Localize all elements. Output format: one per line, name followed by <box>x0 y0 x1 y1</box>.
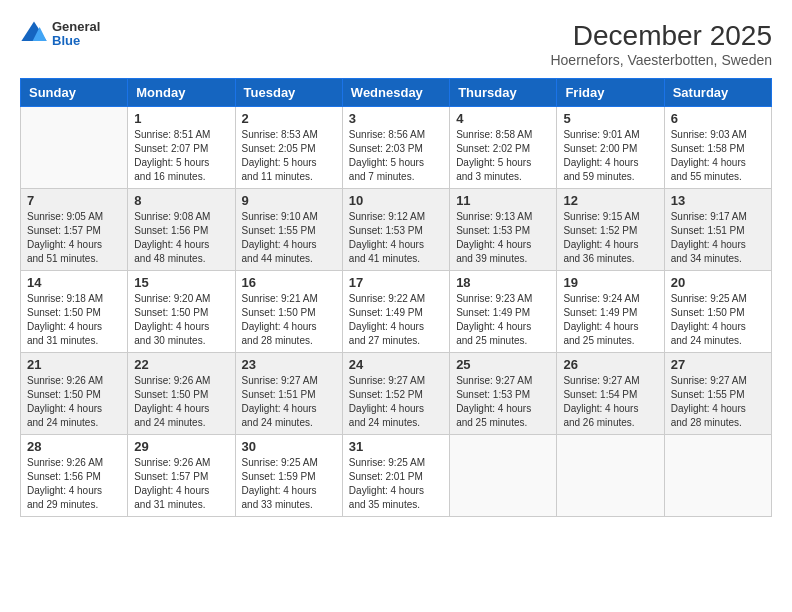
day-info: Sunrise: 9:12 AMSunset: 1:53 PMDaylight:… <box>349 210 443 266</box>
day-number: 15 <box>134 275 228 290</box>
day-number: 1 <box>134 111 228 126</box>
calendar-week-row: 21Sunrise: 9:26 AMSunset: 1:50 PMDayligh… <box>21 353 772 435</box>
day-number: 30 <box>242 439 336 454</box>
day-number: 24 <box>349 357 443 372</box>
calendar-cell: 4Sunrise: 8:58 AMSunset: 2:02 PMDaylight… <box>450 107 557 189</box>
day-info: Sunrise: 9:13 AMSunset: 1:53 PMDaylight:… <box>456 210 550 266</box>
calendar-week-row: 7Sunrise: 9:05 AMSunset: 1:57 PMDaylight… <box>21 189 772 271</box>
logo-blue-text: Blue <box>52 34 100 48</box>
day-info: Sunrise: 9:03 AMSunset: 1:58 PMDaylight:… <box>671 128 765 184</box>
title-block: December 2025 Hoernefors, Vaesterbotten,… <box>550 20 772 68</box>
day-number: 16 <box>242 275 336 290</box>
calendar-cell: 11Sunrise: 9:13 AMSunset: 1:53 PMDayligh… <box>450 189 557 271</box>
day-info: Sunrise: 9:05 AMSunset: 1:57 PMDaylight:… <box>27 210 121 266</box>
day-number: 4 <box>456 111 550 126</box>
day-number: 12 <box>563 193 657 208</box>
day-number: 21 <box>27 357 121 372</box>
day-number: 29 <box>134 439 228 454</box>
calendar-cell <box>557 435 664 517</box>
day-number: 6 <box>671 111 765 126</box>
day-info: Sunrise: 9:24 AMSunset: 1:49 PMDaylight:… <box>563 292 657 348</box>
weekday-header-saturday: Saturday <box>664 79 771 107</box>
calendar-week-row: 14Sunrise: 9:18 AMSunset: 1:50 PMDayligh… <box>21 271 772 353</box>
day-info: Sunrise: 9:15 AMSunset: 1:52 PMDaylight:… <box>563 210 657 266</box>
day-info: Sunrise: 9:21 AMSunset: 1:50 PMDaylight:… <box>242 292 336 348</box>
calendar-cell <box>450 435 557 517</box>
day-info: Sunrise: 9:25 AMSunset: 1:50 PMDaylight:… <box>671 292 765 348</box>
day-info: Sunrise: 9:25 AMSunset: 2:01 PMDaylight:… <box>349 456 443 512</box>
day-info: Sunrise: 9:26 AMSunset: 1:56 PMDaylight:… <box>27 456 121 512</box>
calendar-table: SundayMondayTuesdayWednesdayThursdayFrid… <box>20 78 772 517</box>
day-info: Sunrise: 9:27 AMSunset: 1:55 PMDaylight:… <box>671 374 765 430</box>
calendar-cell: 1Sunrise: 8:51 AMSunset: 2:07 PMDaylight… <box>128 107 235 189</box>
day-number: 9 <box>242 193 336 208</box>
weekday-header-sunday: Sunday <box>21 79 128 107</box>
day-info: Sunrise: 9:27 AMSunset: 1:54 PMDaylight:… <box>563 374 657 430</box>
calendar-cell: 12Sunrise: 9:15 AMSunset: 1:52 PMDayligh… <box>557 189 664 271</box>
calendar-week-row: 28Sunrise: 9:26 AMSunset: 1:56 PMDayligh… <box>21 435 772 517</box>
calendar-cell <box>21 107 128 189</box>
calendar-cell: 26Sunrise: 9:27 AMSunset: 1:54 PMDayligh… <box>557 353 664 435</box>
calendar-cell: 25Sunrise: 9:27 AMSunset: 1:53 PMDayligh… <box>450 353 557 435</box>
day-number: 2 <box>242 111 336 126</box>
day-number: 20 <box>671 275 765 290</box>
subtitle: Hoernefors, Vaesterbotten, Sweden <box>550 52 772 68</box>
page-header: General Blue December 2025 Hoernefors, V… <box>20 20 772 68</box>
main-title: December 2025 <box>550 20 772 52</box>
calendar-cell: 16Sunrise: 9:21 AMSunset: 1:50 PMDayligh… <box>235 271 342 353</box>
logo-icon <box>20 20 48 48</box>
day-number: 26 <box>563 357 657 372</box>
day-number: 10 <box>349 193 443 208</box>
day-info: Sunrise: 9:26 AMSunset: 1:50 PMDaylight:… <box>134 374 228 430</box>
calendar-cell: 8Sunrise: 9:08 AMSunset: 1:56 PMDaylight… <box>128 189 235 271</box>
calendar-cell: 14Sunrise: 9:18 AMSunset: 1:50 PMDayligh… <box>21 271 128 353</box>
calendar-cell: 31Sunrise: 9:25 AMSunset: 2:01 PMDayligh… <box>342 435 449 517</box>
calendar-cell: 18Sunrise: 9:23 AMSunset: 1:49 PMDayligh… <box>450 271 557 353</box>
calendar-cell: 19Sunrise: 9:24 AMSunset: 1:49 PMDayligh… <box>557 271 664 353</box>
calendar-cell: 3Sunrise: 8:56 AMSunset: 2:03 PMDaylight… <box>342 107 449 189</box>
day-info: Sunrise: 9:25 AMSunset: 1:59 PMDaylight:… <box>242 456 336 512</box>
logo-text: General Blue <box>52 20 100 49</box>
day-info: Sunrise: 8:58 AMSunset: 2:02 PMDaylight:… <box>456 128 550 184</box>
day-number: 28 <box>27 439 121 454</box>
day-number: 14 <box>27 275 121 290</box>
day-number: 3 <box>349 111 443 126</box>
day-number: 27 <box>671 357 765 372</box>
day-info: Sunrise: 9:17 AMSunset: 1:51 PMDaylight:… <box>671 210 765 266</box>
calendar-cell: 2Sunrise: 8:53 AMSunset: 2:05 PMDaylight… <box>235 107 342 189</box>
day-info: Sunrise: 8:51 AMSunset: 2:07 PMDaylight:… <box>134 128 228 184</box>
day-info: Sunrise: 9:23 AMSunset: 1:49 PMDaylight:… <box>456 292 550 348</box>
logo-general-text: General <box>52 20 100 34</box>
day-info: Sunrise: 8:53 AMSunset: 2:05 PMDaylight:… <box>242 128 336 184</box>
weekday-header-monday: Monday <box>128 79 235 107</box>
calendar-cell: 10Sunrise: 9:12 AMSunset: 1:53 PMDayligh… <box>342 189 449 271</box>
day-info: Sunrise: 9:26 AMSunset: 1:50 PMDaylight:… <box>27 374 121 430</box>
calendar-cell: 17Sunrise: 9:22 AMSunset: 1:49 PMDayligh… <box>342 271 449 353</box>
day-info: Sunrise: 9:10 AMSunset: 1:55 PMDaylight:… <box>242 210 336 266</box>
day-number: 23 <box>242 357 336 372</box>
calendar-cell: 5Sunrise: 9:01 AMSunset: 2:00 PMDaylight… <box>557 107 664 189</box>
day-info: Sunrise: 9:27 AMSunset: 1:52 PMDaylight:… <box>349 374 443 430</box>
day-number: 19 <box>563 275 657 290</box>
calendar-cell: 7Sunrise: 9:05 AMSunset: 1:57 PMDaylight… <box>21 189 128 271</box>
calendar-cell: 28Sunrise: 9:26 AMSunset: 1:56 PMDayligh… <box>21 435 128 517</box>
calendar-cell: 9Sunrise: 9:10 AMSunset: 1:55 PMDaylight… <box>235 189 342 271</box>
weekday-header-wednesday: Wednesday <box>342 79 449 107</box>
calendar-cell: 13Sunrise: 9:17 AMSunset: 1:51 PMDayligh… <box>664 189 771 271</box>
day-info: Sunrise: 9:22 AMSunset: 1:49 PMDaylight:… <box>349 292 443 348</box>
calendar-cell: 27Sunrise: 9:27 AMSunset: 1:55 PMDayligh… <box>664 353 771 435</box>
calendar-cell: 23Sunrise: 9:27 AMSunset: 1:51 PMDayligh… <box>235 353 342 435</box>
calendar-cell: 6Sunrise: 9:03 AMSunset: 1:58 PMDaylight… <box>664 107 771 189</box>
day-number: 31 <box>349 439 443 454</box>
day-number: 18 <box>456 275 550 290</box>
calendar-cell: 29Sunrise: 9:26 AMSunset: 1:57 PMDayligh… <box>128 435 235 517</box>
day-number: 11 <box>456 193 550 208</box>
calendar-cell: 20Sunrise: 9:25 AMSunset: 1:50 PMDayligh… <box>664 271 771 353</box>
day-number: 5 <box>563 111 657 126</box>
day-info: Sunrise: 9:01 AMSunset: 2:00 PMDaylight:… <box>563 128 657 184</box>
day-info: Sunrise: 9:27 AMSunset: 1:51 PMDaylight:… <box>242 374 336 430</box>
day-number: 7 <box>27 193 121 208</box>
day-info: Sunrise: 9:20 AMSunset: 1:50 PMDaylight:… <box>134 292 228 348</box>
day-info: Sunrise: 8:56 AMSunset: 2:03 PMDaylight:… <box>349 128 443 184</box>
day-number: 8 <box>134 193 228 208</box>
